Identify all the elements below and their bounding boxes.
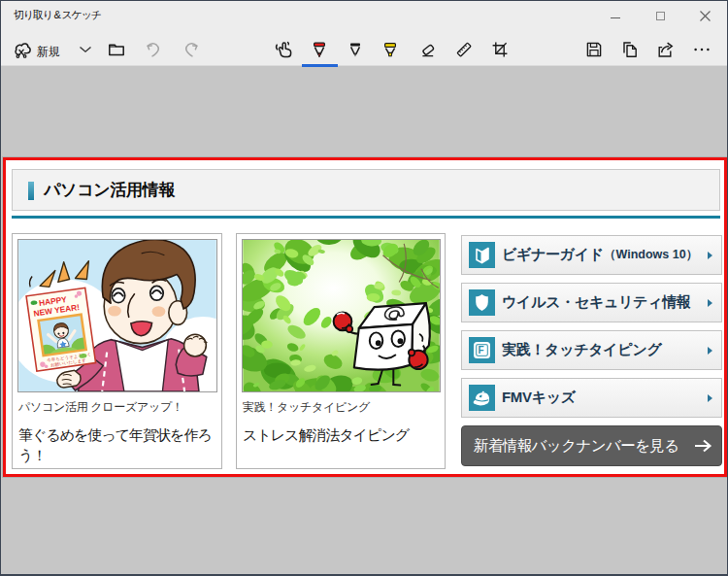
sidebar-button-label: ビギナーガイド（Windows 10） bbox=[502, 236, 698, 274]
right-triangle-icon bbox=[708, 252, 712, 259]
pencil-icon[interactable] bbox=[346, 40, 365, 59]
copy-icon[interactable] bbox=[620, 40, 640, 59]
snip-content: パソコン活用情報 bbox=[6, 160, 724, 474]
header-accent-bar bbox=[28, 182, 34, 200]
sidebar-button-fmv-kids[interactable]: FMVキッズ bbox=[461, 378, 722, 418]
card-caption: 実践！タッチタイピング bbox=[243, 399, 370, 416]
newyear-illustration: HAPPY NEW YEAR! bbox=[17, 239, 217, 392]
ruler-icon[interactable] bbox=[454, 40, 474, 59]
save-icon[interactable] bbox=[584, 40, 604, 59]
typing-photo bbox=[242, 239, 441, 392]
card-caption: パソコン活用 クローズアップ！ bbox=[18, 399, 183, 416]
right-triangle-icon bbox=[708, 347, 712, 355]
sidebar-button-label: FMVキッズ bbox=[502, 379, 576, 417]
backnumber-button[interactable]: 新着情報バックナンバーを見る bbox=[461, 425, 722, 466]
maximize-icon bbox=[656, 12, 665, 20]
kids-cap-icon bbox=[469, 385, 495, 411]
sidebar-button-security[interactable]: ウイルス・セキュリティ情報 bbox=[461, 283, 722, 322]
header-rule bbox=[12, 216, 720, 219]
toolbar: 新規 bbox=[1, 31, 727, 66]
f-key-icon: F bbox=[469, 337, 495, 363]
right-triangle-icon bbox=[708, 299, 712, 307]
crop-icon[interactable] bbox=[490, 40, 510, 59]
snipped-image[interactable]: パソコン活用情報 bbox=[3, 157, 727, 477]
drawing-canvas[interactable]: パソコン活用情報 bbox=[1, 67, 727, 574]
security-shield-icon bbox=[469, 289, 495, 316]
minimize-icon bbox=[611, 17, 620, 18]
sidebar-button-label: 実践！タッチタイピング bbox=[502, 331, 662, 369]
section-title: パソコン活用情報 bbox=[44, 170, 175, 210]
eraser-icon[interactable] bbox=[418, 40, 438, 59]
window-chrome: 切り取り & スケッチ 新規 bbox=[1, 1, 727, 66]
app-title: 切り取り & スケッチ bbox=[14, 8, 101, 22]
share-icon[interactable] bbox=[655, 40, 675, 59]
sidebar-button-label: ウイルス・セキュリティ情報 bbox=[502, 284, 691, 322]
sidebar-button-touch-typing[interactable]: F 実践！タッチタイピング bbox=[461, 330, 722, 370]
touch-writing-icon[interactable] bbox=[274, 40, 293, 59]
minimize-button[interactable] bbox=[593, 1, 638, 31]
maximize-button[interactable] bbox=[638, 1, 682, 31]
title-bar[interactable]: 切り取り & スケッチ bbox=[1, 1, 727, 31]
undo-icon[interactable] bbox=[144, 40, 163, 59]
redo-icon[interactable] bbox=[182, 40, 201, 59]
highlighter-icon[interactable] bbox=[381, 40, 400, 59]
right-arrow-icon bbox=[693, 438, 712, 454]
beginner-guide-icon bbox=[469, 242, 495, 268]
new-snip-icon[interactable] bbox=[13, 40, 32, 59]
app-window: 切り取り & スケッチ 新規 bbox=[0, 0, 728, 576]
ballpoint-pen-icon[interactable] bbox=[310, 40, 329, 59]
chevron-down-icon[interactable] bbox=[76, 40, 95, 59]
article-card-typing[interactable]: 実践！タッチタイピング ストレス解消法タイピング bbox=[236, 233, 446, 469]
more-icon[interactable] bbox=[692, 40, 711, 59]
right-triangle-icon bbox=[708, 394, 712, 402]
close-icon bbox=[700, 11, 711, 21]
article-card-newyear[interactable]: HAPPY NEW YEAR! bbox=[12, 233, 222, 469]
close-button[interactable] bbox=[682, 1, 727, 31]
open-file-icon[interactable] bbox=[107, 40, 126, 59]
sidebar-button-beginner-guide[interactable]: ビギナーガイド（Windows 10） bbox=[461, 235, 722, 275]
f-key-letter: F bbox=[479, 345, 484, 356]
new-snip-label[interactable]: 新規 bbox=[37, 44, 60, 60]
backnumber-label: 新着情報バックナンバーを見る bbox=[474, 426, 679, 465]
section-header: パソコン活用情報 bbox=[12, 169, 720, 211]
card-title[interactable]: ストレス解消法タイピング bbox=[243, 424, 440, 445]
card-title[interactable]: 筆ぐるめを使って年賀状を作ろう！ bbox=[18, 424, 215, 465]
